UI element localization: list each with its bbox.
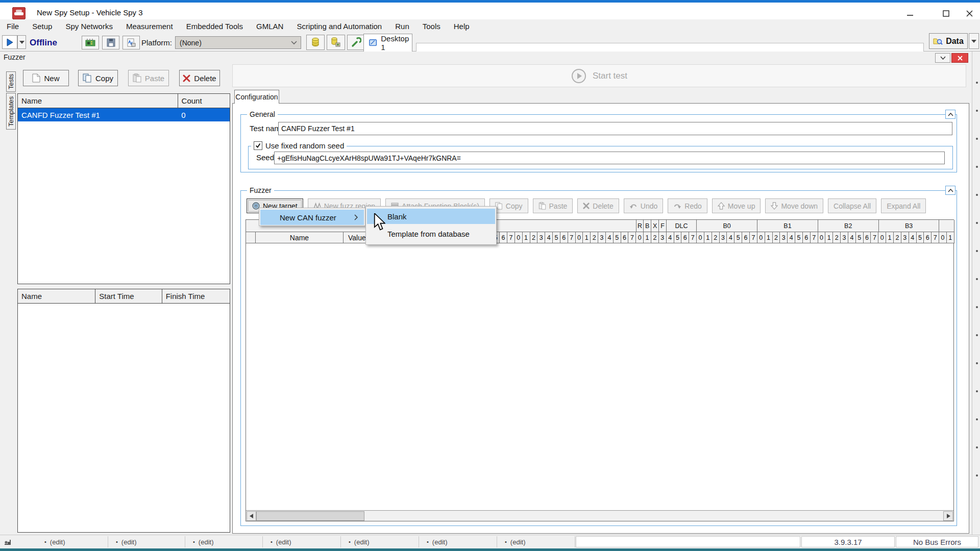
tab-desktop-1[interactable]: Desktop 1 — [363, 34, 412, 52]
dock-strip-dot — [976, 194, 978, 196]
database-button[interactable] — [306, 35, 325, 50]
close-button[interactable] — [960, 7, 979, 20]
grid-group-header-F[interactable]: F — [659, 220, 667, 232]
measurement-setup-button[interactable] — [122, 36, 140, 49]
menu-measurement[interactable]: Measurement — [119, 19, 180, 33]
data-view-button[interactable]: Data — [929, 33, 968, 49]
grid-group-header-DLC[interactable]: DLC — [667, 220, 697, 232]
grid-group-header-B0[interactable]: B0 — [697, 220, 757, 232]
tools-button[interactable] — [347, 35, 365, 50]
redo-button[interactable]: Redo — [668, 198, 707, 213]
side-tab-tests[interactable]: Tests — [6, 71, 16, 92]
run-button[interactable] — [2, 35, 17, 49]
database-add-button[interactable] — [327, 35, 345, 50]
grid-bit-cell: 7 — [507, 232, 515, 243]
grid-group-header-B2[interactable]: B2 — [818, 220, 879, 232]
menu-run[interactable]: Run — [388, 19, 416, 33]
scrollbar-thumb[interactable] — [256, 511, 364, 521]
grid-bit-cell: 5 — [553, 232, 560, 243]
new-button-label: New — [44, 74, 59, 83]
grid-horizontal-scrollbar[interactable] — [246, 510, 953, 521]
data-view-dropdown[interactable] — [969, 33, 979, 49]
fuzzer-delete-button[interactable]: Delete — [577, 198, 619, 213]
panel-close-button[interactable] — [951, 53, 968, 63]
title-bar[interactable]: New Spy Setup - Vehicle Spy 3 — [0, 3, 980, 19]
save-button[interactable] — [102, 36, 119, 49]
grid-bit-cell: 4 — [545, 232, 553, 243]
scroll-right-button[interactable] — [943, 511, 953, 521]
grid-group-header-R[interactable]: R — [636, 220, 644, 232]
arrow-right-icon — [946, 514, 950, 518]
status-edit-segment[interactable]: • (edit) — [340, 536, 419, 547]
paste-test-button[interactable]: Paste — [128, 70, 169, 86]
test-name-input[interactable] — [278, 122, 952, 135]
status-edit-segment[interactable]: • (edit) — [108, 536, 185, 547]
grid-bit-cell: 5 — [614, 232, 621, 243]
grid-column-header-name[interactable]: Name — [256, 232, 344, 243]
grid-bit-cell: 0 — [757, 232, 765, 243]
start-test-button[interactable]: Start test — [232, 64, 966, 87]
grid-group-header-X[interactable]: X — [651, 220, 659, 232]
column-header-finish-time[interactable]: Finish Time — [162, 289, 230, 303]
column-header-name[interactable]: Name — [18, 289, 95, 303]
fixed-seed-checkbox[interactable] — [254, 141, 262, 150]
panel-collapse-button[interactable] — [935, 53, 950, 63]
right-dock-strip[interactable] — [972, 52, 980, 535]
collapse-all-button[interactable]: Collapse All — [828, 198, 876, 213]
status-edit-segment[interactable]: • (edit) — [497, 536, 575, 547]
menu-tools[interactable]: Tools — [416, 19, 447, 33]
status-edit-segment[interactable]: • (edit) — [36, 536, 108, 547]
hardware-setup-button[interactable] — [82, 36, 99, 49]
platform-select[interactable]: (None) — [175, 36, 301, 49]
menu-help[interactable]: Help — [447, 19, 476, 33]
expand-all-button[interactable]: Expand All — [881, 198, 926, 213]
test-count-cell: 0 — [178, 108, 230, 121]
side-tab-templates[interactable]: Templates — [6, 93, 16, 130]
seed-label: Seed — [256, 153, 274, 162]
fuzzer-collapse-button[interactable] — [945, 186, 955, 195]
table-row-selected[interactable]: CANFD Fuzzer Test #1 0 — [18, 108, 230, 121]
column-header-name[interactable]: Name — [18, 94, 178, 108]
status-edit-segment[interactable]: • (edit) — [419, 536, 497, 547]
status-edit-segment[interactable]: • (edit) — [262, 536, 341, 547]
undo-button[interactable]: Undo — [624, 198, 663, 213]
grid-bit-cell: 0 — [939, 232, 947, 243]
fixed-seed-label: Use fixed random seed — [265, 141, 344, 150]
grid-bit-cell: 3 — [841, 232, 848, 243]
maximize-button[interactable] — [934, 7, 958, 20]
copy-test-button[interactable]: Copy — [78, 70, 118, 86]
column-header-start-time[interactable]: Start Time — [95, 289, 162, 303]
grid-group-header-B[interactable]: B — [644, 220, 651, 232]
dock-strip-dot — [976, 362, 978, 364]
menu-setup[interactable]: Setup — [26, 19, 59, 33]
delete-test-button[interactable]: Delete — [179, 70, 220, 86]
menu-item-blank[interactable]: Blank — [367, 209, 495, 224]
fuzzer-paste-button[interactable]: Paste — [533, 198, 573, 213]
menu-embedded-tools[interactable]: Embedded Tools — [180, 19, 250, 33]
grid-group-header-B3[interactable]: B3 — [879, 220, 940, 232]
scroll-left-button[interactable] — [247, 511, 256, 521]
fixed-seed-option[interactable]: Use fixed random seed — [251, 141, 347, 150]
new-test-button[interactable]: New — [23, 70, 69, 86]
run-options-dropdown[interactable] — [17, 35, 26, 49]
move-up-button[interactable]: Move up — [712, 198, 761, 213]
menu-gmlan[interactable]: GMLAN — [250, 19, 290, 33]
menu-item-new-can-fuzzer[interactable]: New CAN fuzzer — [260, 210, 364, 225]
platform-label: Platform: — [141, 38, 172, 47]
minimize-button[interactable] — [898, 7, 922, 20]
menu-spy-networks[interactable]: Spy Networks — [59, 19, 119, 33]
general-collapse-button[interactable] — [945, 110, 955, 119]
column-header-count[interactable]: Count — [178, 94, 230, 108]
start-test-label: Start test — [593, 71, 627, 81]
grid-group-header-B1[interactable]: B1 — [757, 220, 818, 232]
button-label: Paste — [549, 202, 568, 210]
grid-bit-cell: 7 — [689, 232, 697, 243]
menu-file[interactable]: File — [0, 19, 26, 33]
menu-item-template-from-database[interactable]: Template from database — [367, 226, 495, 241]
seed-input[interactable] — [274, 152, 945, 164]
tab-configuration[interactable]: Configuration — [234, 90, 279, 104]
dock-strip-dot — [976, 474, 978, 477]
status-edit-segment[interactable]: • (edit) — [185, 536, 263, 547]
move-down-button[interactable]: Move down — [765, 198, 823, 213]
menu-scripting-automation[interactable]: Scripting and Automation — [290, 19, 388, 33]
